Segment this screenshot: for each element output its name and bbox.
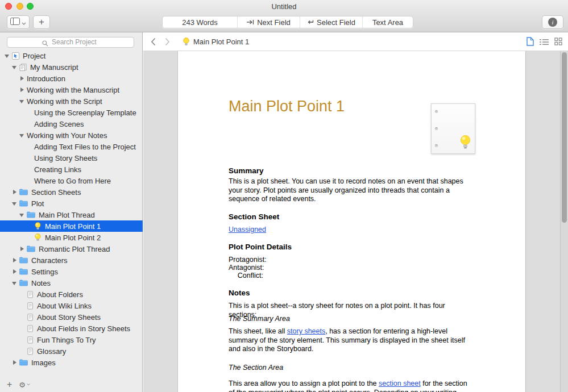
summary-area-text-pre: This sheet, like all (229, 327, 287, 335)
word-count: 243 Words (163, 16, 238, 28)
disclosure-triangle[interactable] (19, 132, 25, 139)
folder-icon (27, 211, 35, 218)
protagonist-field-label[interactable]: Protagonist: (229, 256, 263, 264)
folder-icon (19, 257, 28, 264)
section-sheet-link[interactable]: section sheet (379, 380, 421, 387)
folder-icon (19, 189, 28, 195)
tree-row[interactable]: Working with the Script (0, 95, 143, 107)
tree-row[interactable]: Plot (0, 198, 143, 209)
plus-icon: + (39, 16, 44, 28)
disclosure-triangle[interactable] (12, 200, 18, 207)
card-hole (435, 110, 438, 113)
tree-row[interactable]: Using the Screenplay Template (0, 107, 143, 118)
disclosure-triangle[interactable] (5, 52, 10, 59)
tree-row[interactable]: Main Plot Point 2 (0, 232, 143, 243)
back-button[interactable] (151, 37, 156, 48)
tree-row[interactable]: About Folders (0, 289, 143, 300)
select-field-button[interactable]: Select Field (300, 16, 363, 28)
tree-row[interactable]: Images (0, 357, 143, 368)
tree-row[interactable]: Notes (0, 277, 143, 289)
tree-row[interactable]: Section Sheets (0, 186, 143, 198)
disclosure-triangle[interactable] (12, 257, 18, 264)
sidebar-footer: + ⚙ (0, 377, 143, 392)
tree-row[interactable]: Main Plot Point 1 (0, 220, 143, 232)
tree-row[interactable]: Fun Things To Try (0, 334, 143, 345)
tree-row[interactable]: Settings (0, 266, 143, 277)
document-page[interactable]: Main Plot Point 1 Summary This is a plot… (177, 51, 526, 392)
disclosure-triangle[interactable] (19, 245, 25, 252)
tree-row-label: Working with the Manuscript (27, 86, 119, 94)
disclosure-triangle[interactable] (12, 268, 18, 275)
tree-row[interactable]: Main Plot Thread (0, 209, 143, 220)
toggle-sidebar-button[interactable] (7, 15, 30, 29)
chevron-down-icon (27, 383, 30, 386)
disclosure-triangle[interactable] (12, 64, 18, 70)
inspector-button[interactable]: i (542, 15, 563, 29)
scrollbar-thumb[interactable] (562, 52, 567, 223)
notes-heading: Notes (229, 289, 250, 297)
note-icon (27, 348, 34, 355)
tree-row-label: Romantic Plot Thread (39, 245, 110, 253)
tree-row[interactable]: About Fields in Story Sheets (0, 323, 143, 334)
summary-area-heading: The Summary Area (229, 315, 290, 323)
tree-row[interactable]: Adding Scenes (0, 118, 143, 130)
tree-row-label: Adding Scenes (34, 120, 84, 128)
conflict-field-label[interactable]: Conflict: (229, 272, 263, 280)
tree-row[interactable]: Project (0, 50, 143, 61)
forward-button[interactable] (165, 37, 170, 48)
tree-row[interactable]: About Wiki Links (0, 300, 143, 311)
plot-sheet-card (431, 103, 475, 154)
disclosure-triangle[interactable] (12, 280, 18, 286)
next-field-button[interactable]: Next Field (238, 16, 300, 28)
tree-row-label: Main Plot Point 1 (45, 222, 101, 231)
list-view-icon[interactable] (540, 37, 549, 48)
disclosure-triangle (27, 223, 32, 230)
disclosure-triangle (19, 291, 25, 298)
disclosure-triangle[interactable] (12, 189, 18, 195)
disclosure-triangle (19, 314, 25, 320)
tree-row[interactable]: Romantic Plot Thread (0, 243, 143, 255)
action-menu-button[interactable]: ⚙ (19, 381, 30, 389)
tree-row[interactable]: Creating Links (0, 164, 143, 175)
tree-row-label: Main Plot Thread (39, 211, 95, 219)
tree-row[interactable]: About Story Sheets (0, 311, 143, 323)
story-sheets-link[interactable]: story sheets (287, 327, 325, 335)
tree-row-label: Settings (31, 268, 58, 276)
disclosure-triangle[interactable] (19, 211, 25, 218)
vertical-scrollbar (560, 51, 568, 392)
editor-desk: Main Plot Point 1 Summary This is a plot… (143, 51, 568, 392)
bulb-icon (34, 222, 42, 230)
disclosure-triangle (27, 177, 32, 184)
note-icon (27, 325, 34, 332)
section-area-text: This area allow you to assign a plot poi… (229, 380, 474, 392)
tree-row[interactable]: Using Story Sheets (0, 152, 143, 164)
note-icon (27, 302, 34, 310)
tree-row[interactable]: Working with the Manuscript (0, 84, 143, 95)
grid-view-icon[interactable] (554, 37, 562, 48)
antagonist-field-label[interactable]: Antagonist: (229, 264, 263, 272)
search-input[interactable] (7, 37, 134, 48)
page-view-icon[interactable] (526, 37, 534, 48)
tree-row-label: Using the Screenplay Template (34, 109, 136, 117)
unassigned-link[interactable]: Unassigned (229, 226, 266, 233)
add-file-button[interactable]: + (7, 380, 12, 390)
tree-row[interactable]: Working with Your Notes (0, 130, 143, 141)
tree-row[interactable]: Introduction (0, 73, 143, 84)
disclosure-triangle[interactable] (19, 86, 25, 93)
tree-row-label: Images (31, 358, 56, 367)
disclosure-triangle (27, 109, 32, 116)
project-icon (12, 52, 19, 60)
disclosure-triangle[interactable] (19, 98, 25, 105)
disclosure-triangle[interactable] (12, 359, 18, 366)
info-icon: i (548, 18, 557, 27)
tree-row[interactable]: Glossary (0, 345, 143, 357)
tree-row[interactable]: Adding Text Files to the Project (0, 141, 143, 152)
document-navbar: Main Plot Point 1 (143, 32, 568, 51)
tree-row[interactable]: Where to Go from Here (0, 175, 143, 186)
disclosure-triangle[interactable] (19, 75, 25, 82)
add-item-button[interactable]: + (33, 15, 50, 29)
tree-row[interactable]: Characters (0, 255, 143, 266)
card-hole (435, 144, 438, 147)
tree-row[interactable]: My Manuscript (0, 61, 143, 73)
disclosure-triangle (19, 302, 25, 309)
